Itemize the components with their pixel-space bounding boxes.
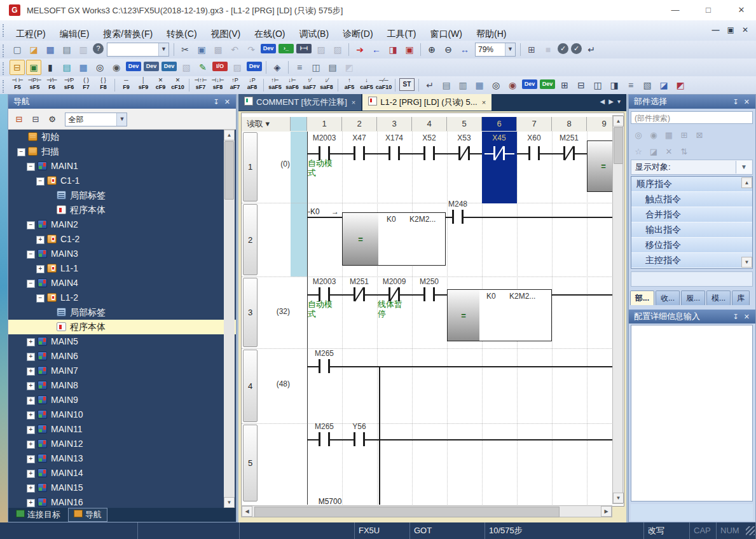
function-block[interactable]: = [587,140,613,192]
nav-tab-navigation[interactable]: 导航 [68,508,107,522]
monitor-mode-button[interactable]: ▣ [402,42,417,57]
verify-with-plc-button[interactable]: ◨ [385,42,401,57]
ladder-column-2[interactable]: 2 [342,117,377,131]
tree-item-C1-2[interactable]: +C1-2 [8,232,236,247]
align-statement-button[interactable]: ≡ [623,78,638,93]
menu-grip[interactable] [3,24,7,37]
expand-icon[interactable]: + [27,397,35,405]
tab-scroll-right-icon[interactable]: ▶ [607,98,615,105]
tree-item-MAIN6[interactable]: +MAIN6 [8,349,236,364]
print-preview-button[interactable]: ▥ [76,42,91,57]
ladder-key-saF7[interactable]: ↑∕saF7 [301,77,318,92]
scroll-left-icon[interactable]: ◀ [242,506,252,517]
tree-item-MAIN12[interactable]: +MAIN12 [8,437,236,451]
element-selection-button[interactable]: ▦ [76,60,91,75]
parts-add-label-button[interactable]: ⊞ [677,128,692,143]
delete-row-button[interactable]: ⊟ [574,78,589,93]
tree-item-MAIN9[interactable]: +MAIN9 [8,393,236,407]
mdi-minimize-icon[interactable]: — [708,25,724,34]
profile-button[interactable]: ◩ [341,60,357,75]
insert-row-button[interactable]: ⊞ [557,78,572,93]
scroll-down-icon[interactable]: ▼ [741,257,752,268]
tree-item-局部标签[interactable]: 局部标签 [8,188,236,203]
ladder-key-F8[interactable]: { }F8 [95,77,112,92]
parts-tab-4[interactable]: 模... [706,290,731,305]
expand-icon[interactable]: + [36,265,45,273]
tree-item-MAIN7[interactable]: +MAIN7 [8,364,236,378]
undo-button[interactable]: ↶ [227,42,242,57]
maximize-button[interactable]: □ [694,0,723,20]
instruction-category-合并指令[interactable]: 合并指令 [631,207,752,222]
open-project-button[interactable]: ◪ [26,42,41,57]
instruction-category-输出指令[interactable]: 输出指令 [631,222,752,238]
contact-Y56[interactable] [342,420,377,458]
document-tab-2[interactable]: L1-2 [PRG] [LD] (只读) 5...× [362,94,491,111]
device-comment-list-button[interactable]: Dev [126,62,141,71]
device-jump-button[interactable]: ◎ [488,78,504,93]
scroll-up-icon[interactable]: ▲ [224,130,235,140]
change-track-button[interactable]: ◪ [656,78,671,93]
ladder-key-sF5[interactable]: ⊣P⊢sF5 [26,77,43,92]
tree-item-MAIN16[interactable]: +MAIN16 [8,495,236,508]
find-replace-button[interactable]: ◉ [109,60,124,75]
scroll-thumb[interactable] [224,141,234,200]
instruction-category-顺序指令[interactable]: 顺序指令 [631,177,752,192]
tree-item-MAIN11[interactable]: +MAIN11 [8,422,236,437]
tree-item-MAIN13[interactable]: +MAIN13 [8,451,236,466]
tree-item-MAIN1[interactable]: −MAIN1 [8,159,236,174]
st-editor-button[interactable]: ST [399,78,415,91]
check-parameter-button[interactable]: ✓ [571,43,582,54]
pin-icon[interactable]: ↧ [731,313,741,320]
window-select-combobox[interactable]: ▼ [107,43,169,57]
document-tab-1[interactable]: COMMENT [软元件注释]× [238,94,361,111]
label-edit-button[interactable]: ✎ [195,60,210,75]
tree-item-程序本体[interactable]: 程序本体 [8,203,236,217]
function-block[interactable]: = [447,289,552,341]
delete-item-button[interactable]: ✕ [661,144,677,160]
nav-tab-connection-target[interactable]: 连接目标 [11,508,65,521]
save-project-button[interactable]: ▦ [43,42,58,57]
cut-button[interactable]: ✂ [177,42,193,57]
parts-find-prev-button[interactable]: ◎ [631,128,646,143]
tree-item-MAIN8[interactable]: +MAIN8 [8,378,236,393]
contact-M251[interactable] [342,275,377,313]
tree-item-扫描[interactable]: −扫描 [8,144,236,159]
list-scrollbar[interactable]: ▲▼ [741,177,752,268]
expand-icon[interactable]: + [27,411,35,420]
note-edit-button[interactable]: ▥ [455,78,471,93]
contact-M265[interactable] [307,347,342,385]
expand-icon[interactable]: + [36,236,45,244]
tree-item-C1-1[interactable]: −C1-1 [8,174,236,188]
help-button[interactable]: ? [93,43,104,54]
collapse-icon[interactable]: − [27,280,35,288]
ladder-column-4[interactable]: 4 [412,117,447,131]
ladder-key-saF5[interactable]: ↑⊢saF5 [266,77,284,92]
rung-number[interactable]: 2 [243,204,258,275]
cross-reference-button[interactable]: ▧ [179,60,194,75]
nav-expand-tree-button[interactable]: ⊟ [28,112,43,127]
contact-M2009[interactable] [377,275,412,313]
expand-icon[interactable]: + [27,367,35,376]
ladder-horizontal-scrollbar[interactable]: ◀ ▶ [241,505,612,517]
ladder-key-saF8[interactable]: ↓∕saF8 [318,77,335,92]
ladder-key-sF6[interactable]: ⊣∕PsF6 [60,77,78,92]
delete-column-button[interactable]: ◨ [607,78,622,93]
program-editor-button[interactable]: ▣ [26,60,41,75]
filter-settings-button[interactable]: ⇅ [677,144,692,160]
pin-icon[interactable]: ↧ [731,98,741,106]
pin-icon[interactable]: ↧ [211,98,222,106]
mdi-close-icon[interactable]: ✕ [738,25,752,34]
ladder-vertical-scrollbar[interactable]: ▲ ▼ [612,115,623,504]
convert-return-button[interactable]: ↵ [584,42,599,57]
device-batch-monitor-button[interactable]: Dev [540,79,555,89]
scroll-thumb[interactable] [614,127,623,164]
collapse-icon[interactable]: − [27,250,35,259]
contact-X60[interactable] [517,134,552,172]
expand-icon[interactable]: + [27,470,35,478]
tree-item-MAIN15[interactable]: +MAIN15 [8,481,236,495]
instruction-category-主控指令[interactable]: 主控指令 [631,253,752,268]
tree-item-MAIN4[interactable]: −MAIN4 [8,276,236,290]
copy-button[interactable]: ▣ [194,42,209,57]
zoom-in-button[interactable]: ⊕ [424,42,439,57]
device-test-button[interactable]: Dev [522,79,537,89]
